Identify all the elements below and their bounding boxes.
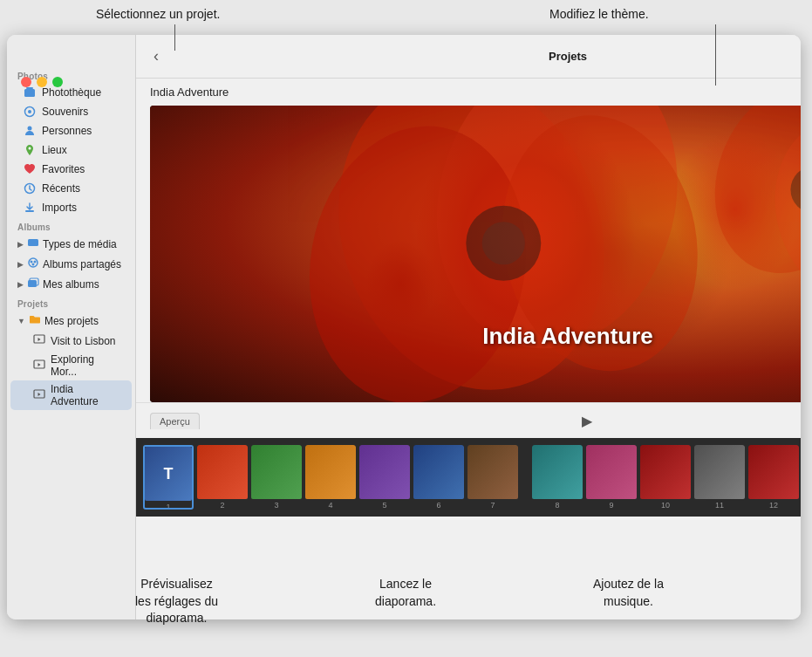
sidebar-item-label: Récents	[42, 182, 80, 195]
filmstrip-slide-11[interactable]: 11	[694, 445, 745, 510]
filmstrip-slide-1[interactable]: T 1	[143, 445, 194, 510]
main-window: Photos Photothèque Souvenirs	[7, 35, 801, 619]
svg-point-12	[32, 263, 35, 266]
slide-num-5: 5	[359, 501, 410, 510]
sidebar-item-personnes[interactable]: Personnes	[10, 121, 132, 140]
chevron-right-icon: ▶	[17, 260, 24, 269]
slide-thumb-2	[197, 445, 248, 499]
svg-point-3	[28, 110, 31, 113]
window-traffic-lights	[21, 77, 63, 87]
lieux-icon	[23, 143, 37, 157]
toolbar-title: Projets	[549, 50, 587, 63]
slide-num-6: 6	[413, 501, 464, 510]
slide-thumb-12	[748, 445, 799, 499]
svg-point-10	[31, 261, 33, 263]
toolbar: ‹ Projets Exporter	[136, 35, 801, 79]
filmstrip-slide-6[interactable]: 6	[413, 445, 464, 510]
controls-bar: Aperçu ▶ ↻	[136, 402, 801, 438]
sidebar-item-favorites[interactable]: Favorites	[10, 160, 132, 179]
svg-rect-7	[25, 210, 34, 212]
play-button[interactable]: ▶	[575, 408, 599, 433]
filmstrip-slide-7[interactable]: 7	[467, 445, 518, 510]
sidebar-item-label: Types de média	[43, 238, 117, 250]
filmstrip-slide-12[interactable]: 12	[748, 445, 799, 510]
albums-section-label: Albums	[7, 217, 135, 234]
slide-num-7: 7	[467, 501, 518, 510]
slide-thumb-10	[640, 445, 691, 499]
sidebar-disclosure-albums-partages[interactable]: ▶ Albums partagés	[10, 254, 132, 274]
slideshow-icon	[33, 333, 45, 348]
mes-albums-icon	[27, 277, 39, 291]
sidebar-item-exploring-mor[interactable]: Exploring Mor...	[10, 351, 132, 380]
callout-modify-theme: Modifiez le thème.	[549, 7, 649, 21]
chevron-right-icon: ▶	[17, 280, 24, 289]
svg-point-11	[34, 261, 37, 263]
svg-point-5	[29, 147, 31, 150]
recents-icon	[23, 181, 37, 195]
sidebar-item-souvenirs[interactable]: Souvenirs	[10, 102, 132, 121]
slide-thumb-4	[305, 445, 356, 499]
sidebar-disclosure-mes-albums[interactable]: ▶ Mes albums	[10, 274, 132, 294]
svg-point-25	[482, 222, 525, 264]
slide-thumb-6	[413, 445, 464, 499]
slide-num-10: 10	[640, 501, 691, 510]
sidebar-item-label: Souvenirs	[42, 106, 88, 118]
slide-num-3: 3	[251, 501, 302, 510]
phototheque-icon	[23, 86, 37, 99]
slideshow-title-overlay: India Adventure	[482, 323, 653, 350]
filmstrip-slide-3[interactable]: 3	[251, 445, 302, 510]
slide-num-9: 9	[586, 501, 637, 510]
sidebar-item-recents[interactable]: Récents	[10, 179, 132, 198]
sidebar-item-label: Personnes	[42, 125, 92, 137]
sidebar-item-label: Visit to Lisbon	[51, 335, 116, 347]
flower-svg	[150, 106, 801, 402]
filmstrip-slide-5[interactable]: 5	[359, 445, 410, 510]
slide-num-11: 11	[694, 501, 745, 510]
slideshow-icon	[33, 388, 45, 403]
sidebar: Photos Photothèque Souvenirs	[7, 35, 136, 619]
minimize-button[interactable]	[37, 77, 47, 87]
close-button[interactable]	[21, 77, 31, 87]
filmstrip-slide-4[interactable]: 4	[305, 445, 356, 510]
svg-point-4	[28, 127, 32, 131]
slideshow-icon	[33, 359, 45, 373]
svg-rect-1	[26, 87, 33, 89]
back-button[interactable]: ‹	[150, 44, 162, 69]
slide-thumb-9	[586, 445, 637, 499]
filmstrip-slide-8[interactable]: 8	[532, 445, 583, 510]
sidebar-disclosure-mes-projets[interactable]: ▼ Mes projets	[10, 311, 132, 331]
sidebar-item-label: Albums partagés	[43, 258, 121, 270]
sidebar-item-label: Lieux	[42, 144, 67, 156]
slide-thumb-7	[467, 445, 518, 499]
slideshow-image: India Adventure	[150, 106, 801, 402]
chevron-down-icon: ▼	[17, 317, 25, 325]
filmstrip-slide-9[interactable]: 9	[586, 445, 637, 510]
slide-num-4: 4	[305, 501, 356, 510]
project-header: India Adventure 44 diapositives · 2:38mn	[136, 79, 801, 106]
sidebar-item-lieux[interactable]: Lieux	[10, 140, 132, 160]
projets-section-label: Projets	[7, 294, 135, 311]
sidebar-item-label: Photothèque	[42, 86, 101, 99]
filmstrip-slide-10[interactable]: 10	[640, 445, 691, 510]
maximize-button[interactable]	[52, 77, 63, 87]
svg-rect-8	[28, 239, 38, 246]
filmstrip-slide-2[interactable]: 2	[197, 445, 248, 510]
filmstrip: T 1 2 3 4 5 6	[136, 438, 801, 517]
types-media-icon	[27, 236, 39, 251]
callout-select-project: Sélectionnez un projet.	[96, 7, 220, 21]
imports-icon	[23, 201, 37, 215]
heart-icon	[23, 162, 37, 176]
chevron-right-icon: ▶	[17, 240, 24, 249]
sidebar-item-visit-lisbon[interactable]: Visit to Lisbon	[10, 331, 132, 351]
slideshow-preview: India Adventure	[150, 106, 801, 402]
folder-icon	[29, 313, 41, 328]
souvenirs-icon	[23, 105, 37, 119]
sidebar-item-india-adventure[interactable]: India Adventure	[10, 380, 132, 410]
sidebar-item-imports[interactable]: Imports	[10, 198, 132, 217]
slide-num-2: 2	[197, 501, 248, 510]
sidebar-item-label: Exploring Mor...	[51, 353, 123, 378]
apercu-tab[interactable]: Aperçu	[150, 413, 200, 429]
slide-num-12: 12	[748, 501, 799, 510]
slide-num-1: 1	[145, 503, 192, 510]
sidebar-disclosure-types-media[interactable]: ▶ Types de média	[10, 234, 132, 254]
